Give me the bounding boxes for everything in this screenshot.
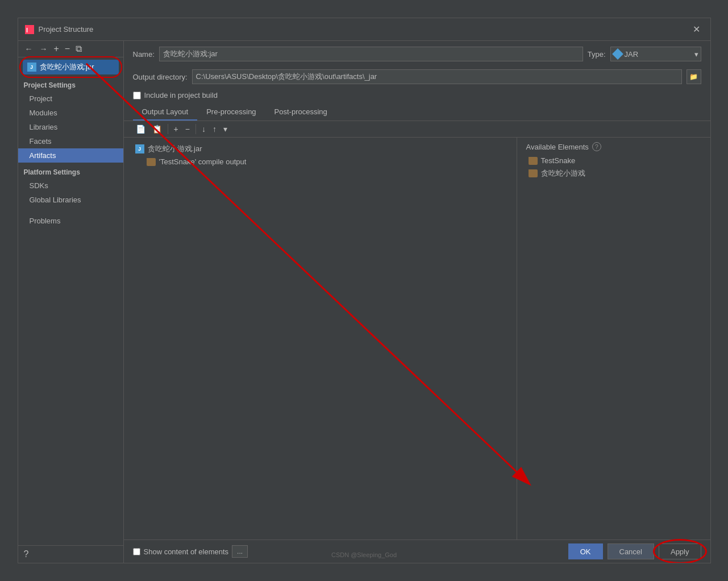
sidebar-item-project[interactable]: Project <box>18 92 123 106</box>
right-panel: Name: Type: JAR ▾ Output directory: 📁 In… <box>124 41 710 563</box>
tree-item-jar-label: 贪吃蛇小游戏.jar <box>148 144 202 154</box>
platform-settings-header: Platform Settings <box>18 163 123 179</box>
sidebar-toolbar: ← → + − ⧉ <box>18 41 123 57</box>
output-dir-row: Output directory: 📁 <box>124 67 710 86</box>
back-button[interactable]: ← <box>23 43 35 55</box>
sidebar-item-sdks[interactable]: SDKs <box>18 179 123 193</box>
remove-artifact-button[interactable]: − <box>63 44 72 53</box>
dialog-buttons: OK Cancel Apply <box>568 543 701 559</box>
include-build-row: Include in project build <box>124 86 710 104</box>
tab-post-processing[interactable]: Post-processing <box>265 104 336 121</box>
tabs-bar: Output Layout Pre-processing Post-proces… <box>124 104 710 121</box>
sidebar: ← → + − ⧉ J 贪吃蛇小游戏:jar Project Settings <box>18 41 124 563</box>
show-content-checkbox[interactable] <box>133 548 140 555</box>
type-value: JAR <box>625 50 692 59</box>
output-dir-label: Output directory: <box>133 73 188 81</box>
sidebar-item-modules[interactable]: Modules <box>18 106 123 120</box>
available-elements-panel: Available Elements ? TestSnake 贪吃蛇小游戏 <box>517 138 710 540</box>
available-elements-label: Available Elements <box>526 143 589 151</box>
tab-output-layout[interactable]: Output Layout <box>133 104 198 121</box>
bottom-bar: Show content of elements ... OK Cancel A… <box>124 540 710 563</box>
avail-item-testsnake-label: TestSnake <box>541 156 576 165</box>
avail-folder-icon-1 <box>529 157 538 165</box>
layout-area: J 贪吃蛇小游戏.jar 'TestSnake' compile output … <box>124 138 710 540</box>
available-help-icon[interactable]: ? <box>592 142 601 151</box>
include-build-label: Include in project build <box>144 91 218 99</box>
artifact-list-area: J 贪吃蛇小游戏:jar <box>18 57 123 77</box>
apply-btn-wrap: Apply <box>659 543 701 559</box>
avail-item-snake-game[interactable]: 贪吃蛇小游戏 <box>526 167 701 180</box>
sidebar-item-global-libraries[interactable]: Global Libraries <box>18 193 123 207</box>
tree-item-jar[interactable]: J 贪吃蛇小游戏.jar <box>133 142 507 156</box>
sidebar-item-problems[interactable]: Problems <box>24 214 118 228</box>
layout-btn-sort[interactable]: ↓ <box>199 123 209 135</box>
tab-pre-processing[interactable]: Pre-processing <box>197 104 265 121</box>
jar-tree-icon: J <box>135 144 144 153</box>
name-type-row: Name: Type: JAR ▾ <box>124 41 710 67</box>
dialog-title: Project Structure <box>39 25 94 34</box>
available-header: Available Elements ? <box>526 142 701 151</box>
sidebar-item-libraries[interactable]: Libraries <box>18 120 123 134</box>
type-dropdown-arrow: ▾ <box>692 50 701 59</box>
show-content-row: Show content of elements ... <box>133 545 248 558</box>
folder-tree-icon <box>147 158 156 166</box>
layout-btn-up[interactable]: ↑ <box>210 123 219 135</box>
tree-item-compile-output[interactable]: 'TestSnake' compile output <box>144 156 507 168</box>
add-artifact-button[interactable]: + <box>52 44 61 53</box>
sidebar-item-facets[interactable]: Facets <box>18 134 123 148</box>
tree-item-compile-label: 'TestSnake' compile output <box>159 157 247 166</box>
artifact-name: 贪吃蛇小游戏:jar <box>40 62 94 72</box>
cancel-button[interactable]: Cancel <box>608 543 654 559</box>
sidebar-bottom: ? <box>18 545 123 563</box>
watermark: CSDN @Sleeping_God <box>331 551 397 558</box>
ellipsis-button[interactable]: ... <box>232 545 248 558</box>
help-button[interactable]: ? <box>24 549 29 559</box>
dir-browse-button[interactable]: 📁 <box>687 69 701 84</box>
copy-artifact-button[interactable]: ⧉ <box>74 44 84 53</box>
toolbar-separator-2 <box>195 124 196 134</box>
avail-item-snake-game-label: 贪吃蛇小游戏 <box>541 168 585 179</box>
output-tree: J 贪吃蛇小游戏.jar 'TestSnake' compile output <box>124 138 517 540</box>
output-dir-input[interactable] <box>192 69 682 84</box>
project-settings-header: Project Settings <box>18 77 123 92</box>
layout-btn-copy[interactable]: 📋 <box>149 123 165 135</box>
jar-icon: J <box>27 63 36 72</box>
name-label: Name: <box>133 50 155 59</box>
type-label: Type: <box>588 50 606 59</box>
layout-btn-remove[interactable]: − <box>182 123 193 135</box>
avail-item-testsnake[interactable]: TestSnake <box>526 155 701 167</box>
layout-btn-add[interactable]: + <box>171 123 181 135</box>
problems-section: Problems <box>18 207 123 230</box>
name-input[interactable] <box>159 47 583 61</box>
app-icon: I <box>25 25 34 34</box>
avail-folder-icon-2 <box>529 169 538 177</box>
include-build-checkbox[interactable] <box>133 92 141 99</box>
toolbar-separator-1 <box>168 124 168 134</box>
svg-text:I: I <box>26 27 28 34</box>
layout-btn-down[interactable]: ▾ <box>221 123 230 135</box>
artifact-item[interactable]: J 贪吃蛇小游戏:jar <box>23 60 119 74</box>
title-bar: I Project Structure ✕ <box>18 18 710 41</box>
show-content-label: Show content of elements <box>144 547 229 556</box>
type-diamond-icon <box>612 48 623 60</box>
close-button[interactable]: ✕ <box>689 23 704 36</box>
sidebar-item-artifacts[interactable]: Artifacts <box>18 148 123 163</box>
type-select[interactable]: JAR ▾ <box>610 47 701 61</box>
layout-btn-page[interactable]: 📄 <box>133 123 148 135</box>
layout-toolbar: 📄 📋 + − ↓ ↑ ▾ <box>124 121 710 138</box>
apply-button[interactable]: Apply <box>659 543 701 559</box>
forward-button[interactable]: → <box>38 43 50 55</box>
ok-button[interactable]: OK <box>568 543 603 559</box>
